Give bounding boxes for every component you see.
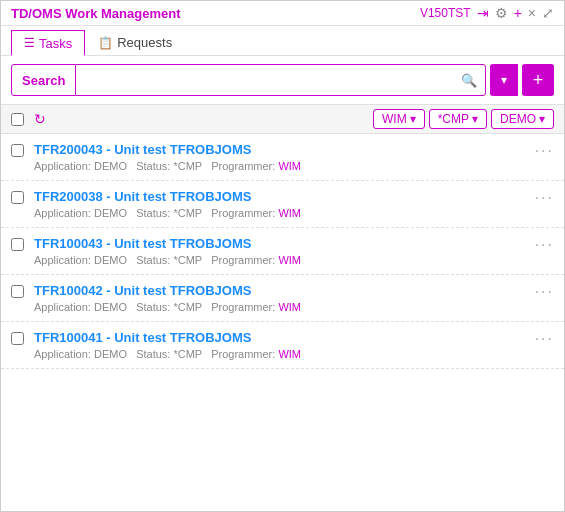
filter-cmp-label: *CMP bbox=[438, 112, 469, 126]
filter-wim-label: WIM bbox=[382, 112, 407, 126]
prog-value-4: WIM bbox=[278, 348, 301, 360]
item-content-4: TFR100041 - Unit test TFROBJOMS Applicat… bbox=[34, 330, 527, 360]
list-item[interactable]: TFR200038 - Unit test TFROBJOMS Applicat… bbox=[1, 181, 564, 228]
app-label-0: Application: bbox=[34, 160, 91, 172]
app-header: TD/OMS Work Management V150TST ⇥ ⚙ + × ⤢ bbox=[1, 1, 564, 26]
item-title-2[interactable]: TFR100043 - Unit test TFROBJOMS bbox=[34, 236, 527, 251]
refresh-icon[interactable]: ↻ bbox=[34, 111, 46, 127]
list-item[interactable]: TFR100041 - Unit test TFROBJOMS Applicat… bbox=[1, 322, 564, 369]
status-value-0: *CMP bbox=[173, 160, 208, 172]
app-title: TD/OMS Work Management bbox=[11, 6, 181, 21]
app-label-1: Application: bbox=[34, 207, 91, 219]
status-label-4: Status: bbox=[136, 348, 170, 360]
work-item-list: TFR200043 - Unit test TFROBJOMS Applicat… bbox=[1, 134, 564, 488]
filter-tags: WIM ▾ *CMP ▾ DEMO ▾ bbox=[373, 109, 554, 129]
item-more-icon-3[interactable]: ··· bbox=[527, 283, 554, 301]
tab-tasks-label: Tasks bbox=[39, 36, 72, 51]
item-more-icon-4[interactable]: ··· bbox=[527, 330, 554, 348]
filter-cmp-dropdown-icon: ▾ bbox=[472, 112, 478, 126]
gear-icon[interactable]: ⚙ bbox=[495, 5, 508, 21]
item-checkbox-2[interactable] bbox=[11, 238, 24, 251]
app-label-4: Application: bbox=[34, 348, 91, 360]
app-value-2: DEMO bbox=[94, 254, 133, 266]
status-value-4: *CMP bbox=[173, 348, 208, 360]
search-label[interactable]: Search bbox=[12, 65, 76, 95]
expand-icon[interactable]: ⤢ bbox=[542, 5, 554, 21]
item-checkbox-3[interactable] bbox=[11, 285, 24, 298]
prog-label-4: Programmer: bbox=[211, 348, 275, 360]
app-value-4: DEMO bbox=[94, 348, 133, 360]
item-content-1: TFR200038 - Unit test TFROBJOMS Applicat… bbox=[34, 189, 527, 219]
nav-tabs: ☰ Tasks 📋 Requests bbox=[1, 26, 564, 56]
status-label-1: Status: bbox=[136, 207, 170, 219]
item-more-icon-2[interactable]: ··· bbox=[527, 236, 554, 254]
list-item[interactable]: TFR100042 - Unit test TFROBJOMS Applicat… bbox=[1, 275, 564, 322]
filter-wim[interactable]: WIM ▾ bbox=[373, 109, 425, 129]
app-value-0: DEMO bbox=[94, 160, 133, 172]
tab-requests-label: Requests bbox=[117, 35, 172, 50]
search-add-button[interactable]: + bbox=[522, 64, 554, 96]
export-icon[interactable]: ⇥ bbox=[477, 5, 489, 21]
item-title-3[interactable]: TFR100042 - Unit test TFROBJOMS bbox=[34, 283, 527, 298]
item-title-1[interactable]: TFR200038 - Unit test TFROBJOMS bbox=[34, 189, 527, 204]
item-content-3: TFR100042 - Unit test TFROBJOMS Applicat… bbox=[34, 283, 527, 313]
item-meta-2: Application: DEMO Status: *CMP Programme… bbox=[34, 254, 527, 266]
app-label-3: Application: bbox=[34, 301, 91, 313]
item-more-icon-1[interactable]: ··· bbox=[527, 189, 554, 207]
prog-label-2: Programmer: bbox=[211, 254, 275, 266]
status-value-3: *CMP bbox=[173, 301, 208, 313]
version-dropdown[interactable]: V150TST bbox=[420, 6, 471, 20]
item-checkbox-0[interactable] bbox=[11, 144, 24, 157]
search-submit-icon[interactable]: 🔍 bbox=[453, 73, 485, 88]
filter-demo-label: DEMO bbox=[500, 112, 536, 126]
search-input[interactable] bbox=[76, 73, 453, 88]
item-checkbox-1[interactable] bbox=[11, 191, 24, 204]
item-meta-4: Application: DEMO Status: *CMP Programme… bbox=[34, 348, 527, 360]
status-label-0: Status: bbox=[136, 160, 170, 172]
select-all-checkbox[interactable] bbox=[11, 113, 24, 126]
item-more-icon-0[interactable]: ··· bbox=[527, 142, 554, 160]
app-label-2: Application: bbox=[34, 254, 91, 266]
tab-requests[interactable]: 📋 Requests bbox=[85, 30, 185, 55]
prog-label-3: Programmer: bbox=[211, 301, 275, 313]
prog-value-3: WIM bbox=[278, 301, 301, 313]
item-title-4[interactable]: TFR100041 - Unit test TFROBJOMS bbox=[34, 330, 527, 345]
status-label-3: Status: bbox=[136, 301, 170, 313]
search-wrapper: Search 🔍 bbox=[11, 64, 486, 96]
filter-wim-dropdown-icon: ▾ bbox=[410, 112, 416, 126]
filter-demo[interactable]: DEMO ▾ bbox=[491, 109, 554, 129]
prog-value-1: WIM bbox=[278, 207, 301, 219]
filter-demo-dropdown-icon: ▾ bbox=[539, 112, 545, 126]
app-value-3: DEMO bbox=[94, 301, 133, 313]
list-item[interactable]: TFR100043 - Unit test TFROBJOMS Applicat… bbox=[1, 228, 564, 275]
prog-label-1: Programmer: bbox=[211, 207, 275, 219]
app-value-1: DEMO bbox=[94, 207, 133, 219]
item-meta-3: Application: DEMO Status: *CMP Programme… bbox=[34, 301, 527, 313]
status-label-2: Status: bbox=[136, 254, 170, 266]
item-checkbox-4[interactable] bbox=[11, 332, 24, 345]
header-actions: V150TST ⇥ ⚙ + × ⤢ bbox=[420, 5, 554, 21]
requests-icon: 📋 bbox=[98, 36, 113, 50]
tab-tasks[interactable]: ☰ Tasks bbox=[11, 30, 85, 56]
filter-row: ↻ WIM ▾ *CMP ▾ DEMO ▾ bbox=[1, 105, 564, 134]
status-value-2: *CMP bbox=[173, 254, 208, 266]
tasks-icon: ☰ bbox=[24, 36, 35, 50]
item-meta-0: Application: DEMO Status: *CMP Programme… bbox=[34, 160, 527, 172]
prog-value-0: WIM bbox=[278, 160, 301, 172]
status-value-1: *CMP bbox=[173, 207, 208, 219]
item-content-2: TFR100043 - Unit test TFROBJOMS Applicat… bbox=[34, 236, 527, 266]
search-dropdown-button[interactable]: ▾ bbox=[490, 64, 518, 96]
close-icon[interactable]: × bbox=[528, 5, 536, 21]
prog-value-2: WIM bbox=[278, 254, 301, 266]
list-item[interactable]: TFR200043 - Unit test TFROBJOMS Applicat… bbox=[1, 134, 564, 181]
search-bar: Search 🔍 ▾ + bbox=[1, 56, 564, 105]
prog-label-0: Programmer: bbox=[211, 160, 275, 172]
item-title-0[interactable]: TFR200043 - Unit test TFROBJOMS bbox=[34, 142, 527, 157]
item-content-0: TFR200043 - Unit test TFROBJOMS Applicat… bbox=[34, 142, 527, 172]
add-icon[interactable]: + bbox=[514, 5, 522, 21]
item-meta-1: Application: DEMO Status: *CMP Programme… bbox=[34, 207, 527, 219]
filter-cmp[interactable]: *CMP ▾ bbox=[429, 109, 487, 129]
